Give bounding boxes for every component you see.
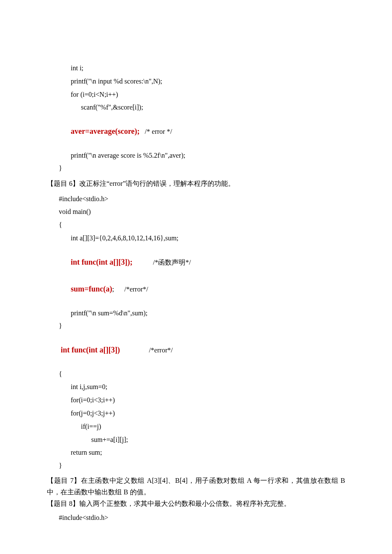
- code-text: scanf("%f",&score[i]);: [81, 104, 143, 111]
- code-line: scanf("%f",&score[i]);: [47, 103, 345, 112]
- code-line: int a[][3]={0,2,4,6,8,10,12,14,16},sum;: [47, 234, 345, 243]
- code-line: for(j=0;j<3;j++): [47, 409, 345, 418]
- code-line: for (i=0;i<N;i++): [47, 90, 345, 99]
- code-text: int i;: [71, 64, 84, 72]
- question-7-text: 【题目 7】在主函数中定义数组 A[3][4]、B[4]，用子函数对数组 A 每…: [47, 475, 345, 498]
- code-error-fix: sum=func(a): [71, 285, 112, 293]
- code-line: printf("\n input %d scores:\n",N);: [47, 77, 345, 86]
- code-text: printf("\n input %d scores:\n",N);: [71, 78, 162, 85]
- code-text: return sum;: [71, 449, 102, 456]
- code-text: for (i=0;i<N;i++): [71, 91, 118, 98]
- code-line-error: int func(int a[][3]) /*error*/: [47, 345, 345, 355]
- code-comment: /*函数声明*/: [133, 259, 191, 266]
- code-text: void main(): [59, 208, 91, 215]
- code-line-error: sum=func(a); /*error*/: [47, 284, 345, 294]
- code-error-fix: aver=average(score);: [71, 127, 140, 136]
- code-line: void main(): [47, 208, 345, 216]
- code-line: }: [47, 462, 345, 470]
- code-comment: /*error*/: [120, 346, 173, 354]
- code-line: {: [47, 370, 345, 379]
- code-line: int i,j,sum=0;: [47, 383, 345, 392]
- code-text: #include<stdio.h>: [59, 195, 108, 202]
- code-line: #include<stdio.h>: [47, 195, 345, 204]
- code-text: {: [59, 221, 62, 228]
- code-text: if(i==j): [81, 423, 101, 430]
- code-text: printf("\n sum=%d\n",sum);: [71, 309, 147, 317]
- code-line: printf("\n sum=%d\n",sum);: [47, 309, 345, 318]
- code-text: for(i=0;i<3;i++): [71, 396, 115, 404]
- code-text: }: [59, 164, 62, 172]
- code-line-error: aver=average(score); /* error */: [47, 127, 345, 136]
- code-line-error: int func(int a[][3]); /*函数声明*/: [47, 257, 345, 267]
- code-line: printf("\n average score is %5.2f\n",ave…: [47, 151, 345, 160]
- code-text: {: [59, 370, 62, 378]
- code-line: {: [47, 221, 345, 230]
- code-line: int i;: [47, 64, 345, 73]
- code-error-fix: int func(int a[][3]): [59, 346, 120, 354]
- para-text: 【题目 7】在主函数中定义数组 A[3][4]、B[4]，用子函数对数组 A 每…: [47, 477, 345, 496]
- code-comment: ; /*error*/: [112, 286, 148, 293]
- code-line: }: [47, 322, 345, 331]
- code-text: int a[][3]={0,2,4,6,8,10,12,14,16},sum;: [71, 234, 179, 242]
- code-line: if(i==j): [47, 422, 345, 431]
- code-text: int i,j,sum=0;: [71, 383, 107, 390]
- code-error-fix: int func(int a[][3]);: [71, 258, 133, 266]
- code-text: for(j=0;j<3;j++): [71, 410, 115, 417]
- code-text: }: [59, 462, 62, 469]
- code-text: sum+=a[i][j];: [91, 436, 128, 443]
- question-8-text: 【题目 8】输入两个正整数，求其中最大公约数和最小公倍数。将程序补充完整。: [47, 498, 345, 509]
- code-line: sum+=a[i][j];: [47, 436, 345, 444]
- title-text: 【题目 6】改正标注“error”语句行的错误，理解本程序的功能。: [47, 180, 235, 187]
- question-6-title: 【题目 6】改正标注“error”语句行的错误，理解本程序的功能。: [47, 177, 345, 190]
- code-text: #include<stdio.h>: [59, 514, 108, 521]
- code-text: }: [59, 322, 62, 329]
- code-line: }: [47, 164, 345, 173]
- code-line: return sum;: [47, 448, 345, 457]
- document-page: int i; printf("\n input %d scores:\n",N)…: [0, 0, 392, 554]
- code-line: for(i=0;i<3;i++): [47, 396, 345, 405]
- code-comment: /* error */: [140, 128, 172, 135]
- code-text: printf("\n average score is %5.2f\n",ave…: [71, 152, 185, 159]
- para-text: 【题目 8】输入两个正整数，求其中最大公约数和最小公倍数。将程序补充完整。: [47, 500, 291, 507]
- code-line: #include<stdio.h>: [47, 514, 345, 522]
